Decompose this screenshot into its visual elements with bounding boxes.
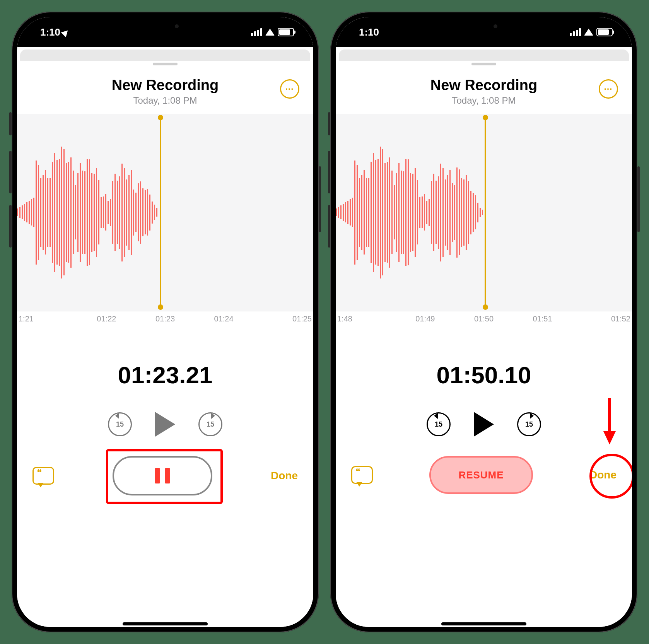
time-marks: 1:2101:2201:2301:2401:25: [17, 311, 313, 326]
skip-forward-button[interactable]: 15: [517, 412, 541, 436]
notch: [434, 17, 534, 36]
recording-title[interactable]: New Recording: [112, 77, 219, 94]
cellular-icon: [570, 28, 581, 36]
status-icons: [570, 28, 613, 36]
more-options-button[interactable]: ⋯: [280, 79, 299, 99]
play-button[interactable]: [155, 412, 175, 437]
timer-display: 01:23.21: [17, 361, 313, 389]
phone-right: 1:10 New Recording Today, 1:08 PM ⋯: [330, 12, 637, 632]
waveform-view[interactable]: [17, 114, 313, 311]
skip-back-button[interactable]: 15: [427, 412, 451, 436]
sheet-grabber[interactable]: [153, 63, 178, 65]
notch: [115, 17, 215, 36]
time-marks: 1:4801:4901:5001:5101:52: [336, 311, 632, 326]
battery-icon: [596, 28, 613, 36]
status-icons: [251, 28, 294, 36]
skip-back-button[interactable]: 15: [108, 412, 132, 436]
done-button[interactable]: Done: [589, 469, 617, 481]
recording-title[interactable]: New Recording: [430, 77, 538, 94]
location-icon: [61, 28, 70, 37]
done-button[interactable]: Done: [271, 470, 298, 482]
sheet-grabber[interactable]: [471, 63, 496, 65]
playhead[interactable]: [160, 118, 161, 307]
cellular-icon: [251, 28, 262, 36]
recording-subtitle: Today, 1:08 PM: [430, 95, 538, 106]
waveform-view[interactable]: [336, 114, 632, 311]
phone-left: 1:10 New Recording Today, 1:08 PM ⋯: [12, 12, 319, 632]
playhead[interactable]: [485, 118, 486, 307]
recording-subtitle: Today, 1:08 PM: [112, 95, 219, 106]
skip-forward-button[interactable]: 15: [198, 412, 222, 436]
home-indicator[interactable]: [123, 622, 208, 625]
transcribe-button[interactable]: [351, 466, 373, 484]
resume-button[interactable]: RESUME: [429, 456, 533, 494]
transcribe-button[interactable]: [32, 467, 54, 485]
pause-button[interactable]: [113, 456, 212, 495]
play-button[interactable]: [474, 412, 494, 437]
timer-display: 01:50.10: [336, 361, 632, 389]
battery-icon: [278, 28, 294, 36]
more-options-button[interactable]: ⋯: [599, 79, 618, 99]
home-indicator[interactable]: [441, 622, 526, 625]
status-time: 1:10: [359, 26, 379, 38]
status-time: 1:10: [40, 26, 60, 38]
wifi-icon: [265, 29, 275, 36]
wifi-icon: [584, 29, 593, 36]
